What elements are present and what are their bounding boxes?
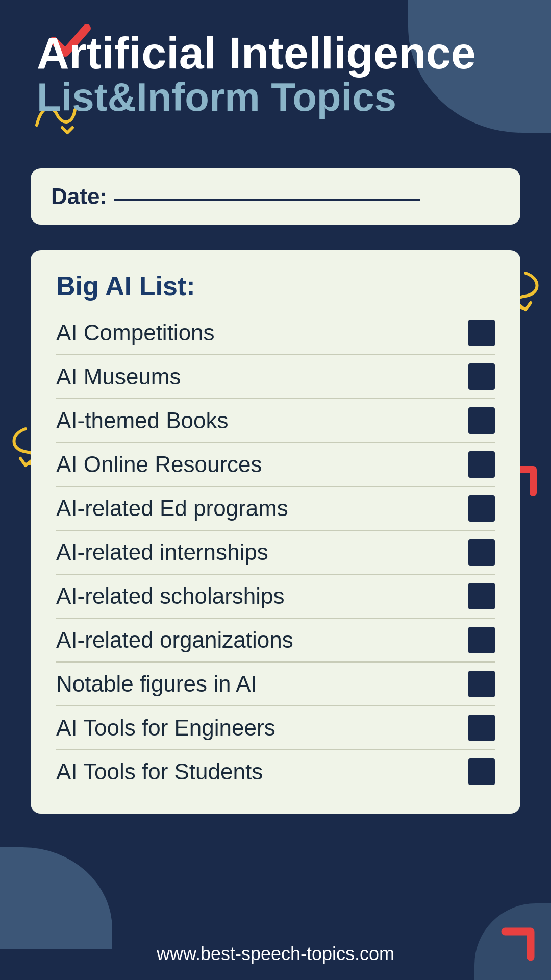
footer-url: www.best-speech-topics.com [157,943,394,964]
list-item: AI-related scholarships [56,575,495,619]
checkbox[interactable] [468,627,495,653]
list-item: AI-themed Books [56,399,495,443]
checkbox[interactable] [468,320,495,346]
list-item-text: AI-related organizations [56,627,293,653]
list-item: AI-related organizations [56,619,495,663]
checkbox[interactable] [468,715,495,741]
checkbox[interactable] [468,539,495,566]
title-sub: List&Inform Topics [37,76,514,119]
list-item-text: AI-related Ed programs [56,496,288,521]
list-item: AI Tools for Engineers [56,706,495,750]
checkbox[interactable] [468,363,495,390]
bg-blob-bottom-left [0,847,112,949]
checkbox[interactable] [468,758,495,785]
list-item-text: AI Tools for Students [56,759,263,785]
date-box: Date: [31,168,520,225]
list-item-text: Notable figures in AI [56,671,257,697]
date-label: Date: [51,184,107,209]
checkbox[interactable] [468,495,495,522]
list-item: AI-related internships [56,531,495,575]
list-item-text: AI Online Resources [56,452,262,477]
list-item-text: AI-related scholarships [56,583,285,609]
list-item: Notable figures in AI [56,663,495,706]
date-underline [114,199,420,201]
list-item-text: AI Competitions [56,320,215,346]
checkbox[interactable] [468,451,495,478]
checkbox[interactable] [468,671,495,697]
list-item-text: AI-related internships [56,540,268,565]
checkbox[interactable] [468,407,495,434]
list-item-text: AI Tools for Engineers [56,715,276,741]
list-item-text: AI-themed Books [56,408,229,433]
list-card: Big AI List: AI Competitions AI Museums … [31,250,520,814]
list-item: AI Online Resources [56,443,495,487]
title-main: Artificial Intelligence [37,31,514,76]
checkbox[interactable] [468,583,495,609]
list-item: AI-related Ed programs [56,487,495,531]
header: Artificial Intelligence List&Inform Topi… [37,31,514,119]
list-item: AI Tools for Students [56,750,495,793]
footer: www.best-speech-topics.com [0,943,551,965]
list-item-text: AI Museums [56,364,181,389]
list-item: AI Museums [56,355,495,399]
list-card-title: Big AI List: [56,271,495,301]
list-item: AI Competitions [56,311,495,355]
